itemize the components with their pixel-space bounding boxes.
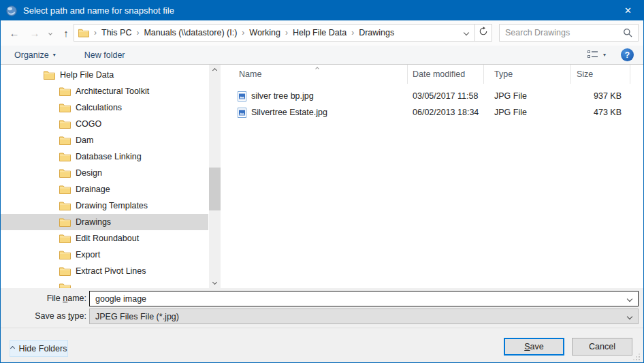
- scrollbar-thumb[interactable]: [209, 168, 221, 210]
- search-box[interactable]: [499, 24, 639, 42]
- tree-item-label: Design: [76, 168, 102, 178]
- save-type-combo[interactable]: JPEG Files File (*.jpg): [89, 309, 639, 324]
- folder-icon: [59, 251, 71, 259]
- sort-ascending-icon: [315, 67, 319, 71]
- column-header-type[interactable]: Type: [484, 65, 571, 84]
- file-row[interactable]: silver tree bp.jpg 03/05/2017 11:58 JPG …: [225, 88, 643, 104]
- file-name-input[interactable]: [90, 294, 622, 304]
- chevron-up-icon: [10, 346, 15, 351]
- tree-item[interactable]: Architectural Toolkit: [1, 83, 208, 99]
- chevron-down-icon[interactable]: [622, 297, 638, 301]
- hide-folders-label: Hide Folders: [19, 344, 67, 353]
- command-toolbar: Organize ▾ New folder ▾ ?: [1, 46, 643, 65]
- toolbar-right-group: ▾ ?: [587, 48, 643, 61]
- file-rows: silver tree bp.jpg 03/05/2017 11:58 JPG …: [225, 88, 643, 121]
- tree-item[interactable]: Export: [1, 247, 208, 263]
- jpg-file-icon: [238, 91, 246, 101]
- tree-item-label: Dam: [76, 136, 93, 145]
- breadcrumb-separator-icon: ›: [237, 28, 249, 37]
- save-type-value: JPEG Files File (*.jpg): [90, 312, 622, 321]
- title-bar[interactable]: Select path and name for snapshot file ✕: [1, 1, 643, 20]
- jpg-file-icon: [238, 108, 246, 118]
- refresh-icon: [479, 27, 488, 39]
- cancel-button[interactable]: Cancel: [572, 338, 632, 356]
- file-size-cell: 473 KB: [571, 108, 630, 117]
- tree-item-label: Database Linking: [76, 152, 142, 161]
- address-dropdown-chevron-icon[interactable]: [458, 25, 474, 41]
- help-button[interactable]: ?: [621, 48, 634, 61]
- column-header-date-modified[interactable]: Date modified: [408, 65, 484, 84]
- file-name-text: Silvertree Estate.jpg: [251, 108, 327, 117]
- scroll-up-arrow-icon[interactable]: [209, 65, 221, 76]
- tree-item[interactable]: Database Linking: [1, 148, 208, 165]
- column-header-name[interactable]: Name: [225, 65, 408, 84]
- views-icon[interactable]: [587, 49, 598, 61]
- file-name-text: silver tree bp.jpg: [251, 91, 314, 101]
- chevron-down-icon: ▾: [53, 52, 56, 58]
- bottom-panel: File name: Save as type: JPEG Files File…: [1, 288, 643, 363]
- folder-icon: [59, 136, 71, 145]
- folder-icon: [78, 29, 89, 37]
- hide-folders-button[interactable]: Hide Folders: [10, 340, 68, 357]
- window-title: Select path and name for snapshot file: [23, 5, 174, 16]
- new-folder-button[interactable]: New folder: [84, 50, 125, 60]
- views-chevron-down-icon[interactable]: ▾: [603, 52, 606, 58]
- search-input[interactable]: [500, 28, 623, 37]
- organize-label: Organize: [14, 50, 49, 60]
- save-type-label: Save as type:: [1, 309, 86, 324]
- file-name-combo[interactable]: [89, 291, 639, 306]
- folder-icon: [44, 71, 55, 80]
- tree-item[interactable]: Design: [1, 165, 208, 181]
- chevron-down-icon[interactable]: [622, 315, 638, 319]
- folder-icon: [59, 234, 71, 243]
- refresh-button[interactable]: [475, 25, 492, 41]
- tree-item-label: Drawing Templates: [76, 201, 148, 210]
- file-row[interactable]: Silvertree Estate.jpg 06/02/2013 18:34 J…: [225, 104, 643, 121]
- tree-item[interactable]: Drawings: [1, 214, 208, 230]
- forward-button[interactable]: →: [27, 20, 43, 46]
- save-type-row: Save as type: JPEG Files File (*.jpg): [1, 309, 643, 324]
- address-bar[interactable]: › This PC › Manuals (\\datastore) (I:) ›…: [74, 24, 492, 42]
- breadcrumb-item[interactable]: Drawings: [359, 28, 394, 37]
- back-button[interactable]: ←: [5, 20, 24, 46]
- up-one-level-button[interactable]: ↑: [58, 20, 74, 46]
- close-button[interactable]: ✕: [613, 1, 643, 20]
- tree-item[interactable]: Help File Data: [1, 67, 208, 83]
- file-type-cell: JPG File: [484, 108, 571, 117]
- breadcrumb-item[interactable]: Manuals (\\datastore) (I:): [144, 28, 237, 37]
- file-size-cell: 937 KB: [571, 91, 630, 101]
- folder-icon: [59, 185, 71, 194]
- close-icon: ✕: [624, 5, 632, 16]
- tree-item[interactable]: Extract Pivot Lines: [1, 263, 208, 279]
- tree-item[interactable]: Edit Roundabout: [1, 230, 208, 247]
- folder-icon: [59, 87, 71, 96]
- tree-item[interactable]: Dam: [1, 132, 208, 148]
- organize-button[interactable]: Organize ▾: [14, 50, 56, 60]
- tree-item[interactable]: [1, 279, 208, 288]
- breadcrumb-item[interactable]: This PC: [101, 28, 131, 37]
- breadcrumb-item[interactable]: Working: [249, 28, 280, 37]
- breadcrumb-item[interactable]: Help File Data: [293, 28, 347, 37]
- tree-item[interactable]: COGO: [1, 116, 208, 132]
- save-dialog-window: Select path and name for snapshot file ✕…: [0, 0, 644, 363]
- folder-icon: [59, 104, 71, 112]
- tree-item[interactable]: Drawing Templates: [1, 198, 208, 214]
- tree-item[interactable]: Drainage: [1, 181, 208, 198]
- footer-bar: Hide Folders Save Cancel: [1, 328, 643, 363]
- folder-icon: [59, 169, 71, 178]
- tree-scrollbar[interactable]: [209, 65, 221, 288]
- resize-grip[interactable]: [639, 359, 640, 360]
- column-headers: Name Date modified Type Size: [225, 65, 643, 84]
- file-type-cell: JPG File: [484, 91, 571, 101]
- recent-locations-chevron-icon[interactable]: [44, 20, 57, 46]
- tree-item[interactable]: Calculations: [1, 99, 208, 116]
- search-icon[interactable]: [623, 28, 632, 37]
- app-globe-icon: [6, 5, 17, 16]
- file-name-cell: silver tree bp.jpg: [225, 91, 408, 101]
- navigation-bar: ← → ↑ › This PC › Manuals (\\datastore) …: [1, 20, 643, 46]
- folder-icon: [59, 202, 71, 210]
- column-header-size[interactable]: Size: [571, 65, 630, 84]
- breadcrumb-separator-icon: ›: [131, 28, 144, 37]
- save-button[interactable]: Save: [504, 338, 564, 356]
- scroll-down-arrow-icon[interactable]: [209, 277, 221, 288]
